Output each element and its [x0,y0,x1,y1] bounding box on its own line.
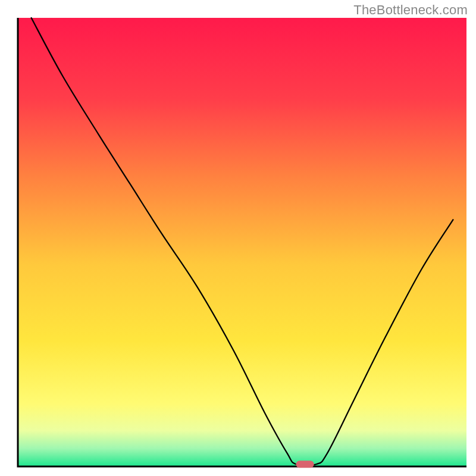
bottleneck-chart [0,0,476,476]
watermark-label: TheBottleneck.com [353,2,468,18]
chart-background [18,18,466,466]
chart-container: TheBottleneck.com [0,0,476,476]
optimum-marker [296,461,314,468]
